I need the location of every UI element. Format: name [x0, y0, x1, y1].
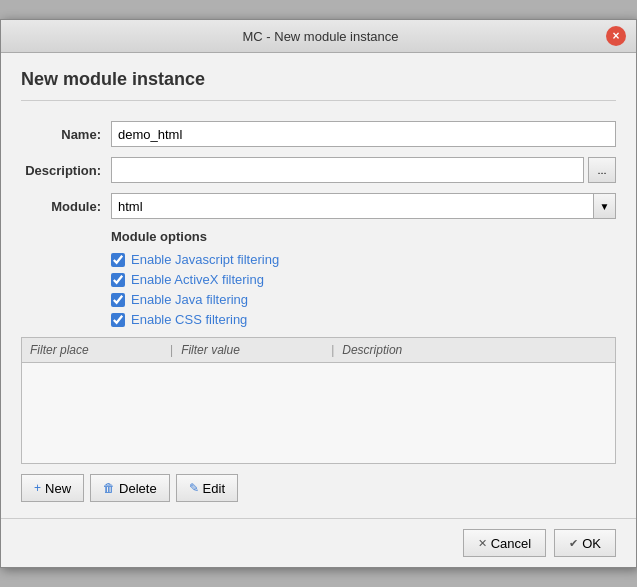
description-label: Description:	[21, 163, 111, 178]
edit-button-label: Edit	[203, 481, 225, 496]
checkbox-ax-label: Enable ActiveX filtering	[131, 272, 264, 287]
checkbox-row-java: Enable Java filtering	[111, 292, 616, 307]
module-dropdown-button[interactable]: ▼	[594, 193, 616, 219]
module-options-title: Module options	[111, 229, 616, 244]
filter-col-value-header: Filter value	[181, 343, 331, 357]
page-heading: New module instance	[21, 69, 616, 101]
checkbox-row-ax: Enable ActiveX filtering	[111, 272, 616, 287]
module-select-wrap: ▼	[111, 193, 616, 219]
description-input[interactable]	[111, 157, 584, 183]
ok-button[interactable]: ✔ OK	[554, 529, 616, 557]
checkbox-css[interactable]	[111, 313, 125, 327]
name-input[interactable]	[111, 121, 616, 147]
checkbox-js[interactable]	[111, 253, 125, 267]
new-button-label: New	[45, 481, 71, 496]
plus-icon: +	[34, 481, 41, 495]
cancel-button-label: Cancel	[491, 536, 531, 551]
module-input[interactable]	[111, 193, 594, 219]
filter-sep1: |	[170, 343, 173, 357]
trash-icon: 🗑	[103, 481, 115, 495]
action-buttons-row: + New 🗑 Delete ✎ Edit	[21, 474, 616, 502]
delete-button-label: Delete	[119, 481, 157, 496]
dialog-content: New module instance Name: Description: .…	[1, 53, 636, 518]
name-label: Name:	[21, 127, 111, 142]
module-label: Module:	[21, 199, 111, 214]
ok-button-label: OK	[582, 536, 601, 551]
delete-button[interactable]: 🗑 Delete	[90, 474, 170, 502]
cancel-icon: ✕	[478, 537, 487, 550]
title-bar-text: MC - New module instance	[35, 29, 606, 44]
edit-button[interactable]: ✎ Edit	[176, 474, 238, 502]
filter-col-place-header: Filter place	[30, 343, 170, 357]
ok-icon: ✔	[569, 537, 578, 550]
checkbox-java-label: Enable Java filtering	[131, 292, 248, 307]
filter-table: Filter place | Filter value | Descriptio…	[21, 337, 616, 464]
chevron-down-icon: ▼	[600, 201, 610, 212]
checkbox-css-label: Enable CSS filtering	[131, 312, 247, 327]
dialog-footer: ✕ Cancel ✔ OK	[1, 518, 636, 567]
dots-button[interactable]: ...	[588, 157, 616, 183]
edit-icon: ✎	[189, 481, 199, 495]
filter-table-body	[22, 363, 615, 463]
module-row: Module: ▼	[21, 193, 616, 219]
checkbox-js-label: Enable Javascript filtering	[131, 252, 279, 267]
name-row: Name:	[21, 121, 616, 147]
filter-table-header: Filter place | Filter value | Descriptio…	[22, 338, 615, 363]
close-button[interactable]: ×	[606, 26, 626, 46]
title-bar: MC - New module instance ×	[1, 20, 636, 53]
cancel-button[interactable]: ✕ Cancel	[463, 529, 546, 557]
dialog-window: MC - New module instance × New module in…	[0, 19, 637, 568]
description-row: Description: ...	[21, 157, 616, 183]
filter-col-desc-header: Description	[342, 343, 402, 357]
checkbox-java[interactable]	[111, 293, 125, 307]
filter-sep2: |	[331, 343, 334, 357]
checkbox-ax[interactable]	[111, 273, 125, 287]
checkbox-row-css: Enable CSS filtering	[111, 312, 616, 327]
new-button[interactable]: + New	[21, 474, 84, 502]
checkbox-row-js: Enable Javascript filtering	[111, 252, 616, 267]
